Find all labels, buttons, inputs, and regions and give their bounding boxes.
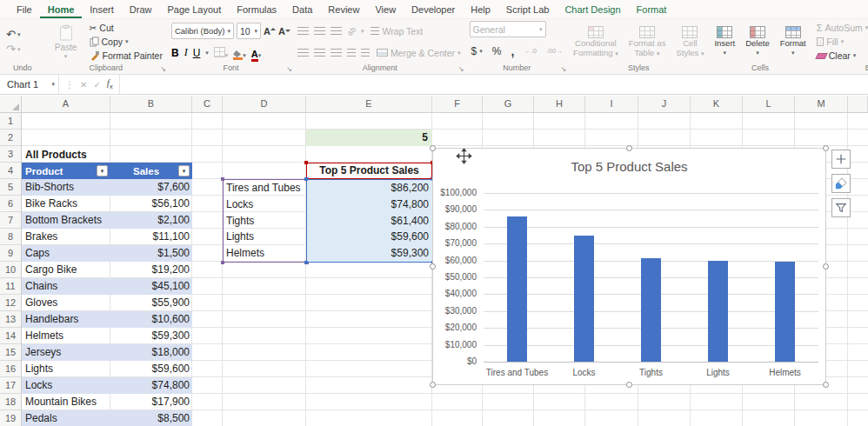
tab-home[interactable]: Home — [40, 0, 83, 18]
more-options-icon[interactable]: ⋮ — [65, 80, 74, 90]
column-header-e[interactable]: E — [306, 96, 432, 112]
format-as-table-button[interactable]: Format asTable ▾ — [627, 26, 668, 58]
column-header-b[interactable]: B — [110, 96, 192, 112]
product-row[interactable]: Gloves$55,900 — [22, 295, 192, 311]
column-header-f[interactable]: F — [432, 96, 483, 112]
enter-icon[interactable]: ✓ — [93, 80, 100, 90]
row-header-7[interactable]: 7 — [0, 212, 21, 229]
column-header-h[interactable]: H — [534, 96, 585, 112]
decrease-font-button[interactable]: A — [278, 26, 290, 37]
worksheet-grid[interactable]: ABCDEFGHIJKLM 12345678910111213141516171… — [0, 96, 868, 426]
format-cells-button[interactable]: Format▾ — [778, 26, 808, 57]
font-color-button[interactable]: A▾ — [251, 45, 261, 61]
cancel-icon[interactable]: ✕ — [80, 80, 87, 90]
tab-view[interactable]: View — [367, 0, 404, 18]
row-header-9[interactable]: 9 — [0, 245, 21, 262]
column-header-a[interactable]: A — [22, 96, 110, 112]
borders-button[interactable]: ▾ — [214, 45, 229, 61]
tab-page-layout[interactable]: Page Layout — [159, 0, 229, 18]
tab-formulas[interactable]: Formulas — [229, 0, 284, 18]
filter-dropdown-icon[interactable]: ▾ — [178, 165, 190, 176]
fill-button[interactable]: ↓Fill▾ — [815, 36, 845, 48]
chart-filters-button[interactable] — [831, 198, 851, 217]
wrap-text-button[interactable]: Wrap Text — [369, 25, 424, 37]
decrease-decimal-button[interactable]: .00→ — [544, 46, 564, 56]
row-header-2[interactable]: 2 — [0, 130, 21, 146]
product-row[interactable]: Handlebars$10,600 — [22, 311, 192, 328]
font-size-select[interactable]: 10▾ — [237, 23, 261, 39]
column-header-l[interactable]: L — [743, 96, 795, 112]
tab-developer[interactable]: Developer — [404, 0, 463, 18]
dialog-launcher-icon[interactable]: ↘ — [458, 65, 464, 73]
tab-file[interactable]: File — [9, 0, 40, 18]
bold-button[interactable]: B — [171, 47, 179, 59]
product-row[interactable]: Brakes$11,100 — [22, 229, 192, 245]
formula-input[interactable] — [120, 75, 868, 94]
cell-styles-button[interactable]: CellStyles ▾ — [674, 26, 705, 58]
row-header-14[interactable]: 14 — [0, 328, 21, 344]
chart-elements-button[interactable] — [831, 150, 851, 169]
tab-script-lab[interactable]: Script Lab — [498, 0, 558, 18]
align-bottom-icon[interactable] — [331, 27, 342, 35]
cell-top-n-input[interactable]: 5 — [306, 130, 432, 146]
tab-help[interactable]: Help — [463, 0, 498, 18]
select-all-corner[interactable] — [0, 96, 22, 112]
align-top-icon[interactable] — [297, 27, 309, 35]
chart-resize-handle[interactable] — [823, 263, 829, 270]
dialog-launcher-icon[interactable]: ↘ — [286, 65, 292, 73]
bar-tights[interactable] — [641, 258, 661, 362]
dialog-launcher-icon[interactable]: ↘ — [560, 65, 566, 73]
row-header-15[interactable]: 15 — [0, 344, 21, 361]
align-right-icon[interactable] — [331, 49, 342, 57]
align-left-icon[interactable] — [297, 49, 309, 57]
top5-values-range[interactable]: $86,200$74,800$61,400$59,600$59,300 — [306, 179, 433, 263]
italic-button[interactable]: I — [184, 46, 188, 59]
tab-review[interactable]: Review — [320, 0, 367, 18]
chart-resize-handle[interactable] — [430, 382, 436, 388]
row-header-4[interactable]: 4 — [0, 163, 21, 179]
row-header-13[interactable]: 13 — [0, 311, 21, 328]
row-header-5[interactable]: 5 — [0, 179, 21, 196]
row-header-3[interactable]: 3 — [0, 146, 21, 163]
bar-lights[interactable] — [708, 261, 728, 362]
chart-resize-handle[interactable] — [823, 382, 829, 388]
increase-font-button[interactable]: A — [264, 26, 276, 37]
product-row[interactable]: Lights$59,600 — [22, 361, 192, 377]
tab-data[interactable]: Data — [284, 0, 320, 18]
align-middle-icon[interactable] — [314, 27, 325, 35]
chart-resize-handle[interactable] — [626, 382, 632, 388]
tab-format[interactable]: Format — [629, 0, 675, 18]
increase-indent-icon[interactable] — [361, 49, 370, 57]
decrease-indent-icon[interactable] — [347, 49, 356, 57]
column-header-k[interactable]: K — [691, 96, 743, 112]
insert-function-icon[interactable]: fx — [107, 77, 113, 90]
chart-resize-handle[interactable] — [430, 263, 436, 270]
row-header-6[interactable]: 6 — [0, 196, 21, 212]
product-row[interactable]: Pedals$8,500 — [22, 410, 192, 426]
conditional-formatting-button[interactable]: ConditionalFormatting ▾ — [571, 26, 620, 58]
products-table[interactable]: Product▾ Sales▾ Bib-Shorts$7,600Bike Rac… — [22, 163, 192, 426]
column-header-m[interactable]: M — [795, 96, 848, 112]
tab-insert[interactable]: Insert — [82, 0, 122, 18]
product-row[interactable]: Locks$74,800 — [22, 377, 192, 394]
row-header-10[interactable]: 10 — [0, 262, 21, 278]
bar-chart[interactable]: Top 5 Product Sales $0$10,000$20,000$30,… — [432, 148, 826, 385]
underline-button[interactable]: U — [193, 47, 201, 59]
comma-style-button[interactable]: , — [509, 43, 516, 59]
bar-locks[interactable] — [574, 236, 594, 362]
column-header-j[interactable]: J — [638, 96, 691, 112]
product-row[interactable]: Cargo Bike$19,200 — [22, 262, 192, 278]
paste-button[interactable]: Paste ▾ — [48, 24, 84, 60]
column-header-i[interactable]: I — [585, 96, 638, 112]
currency-button[interactable]: $▾ — [470, 44, 484, 58]
font-name-select[interactable]: Calibri (Body)▾ — [171, 23, 234, 39]
row-header-8[interactable]: 8 — [0, 229, 21, 245]
cell-all-products-title[interactable]: All Products — [25, 147, 87, 163]
number-format-select[interactable]: General▾ — [470, 21, 546, 37]
merge-center-button[interactable]: Merge & Center▾ — [375, 47, 463, 59]
product-row[interactable]: Mountain Bikes$17,900 — [22, 394, 192, 410]
tab-draw[interactable]: Draw — [122, 0, 160, 18]
top5-category-range[interactable]: Tires and TubesLocksTightsLightsHelmets — [223, 179, 307, 263]
clear-button[interactable]: Clear▾ — [815, 50, 858, 62]
column-header-c[interactable]: C — [192, 96, 223, 112]
